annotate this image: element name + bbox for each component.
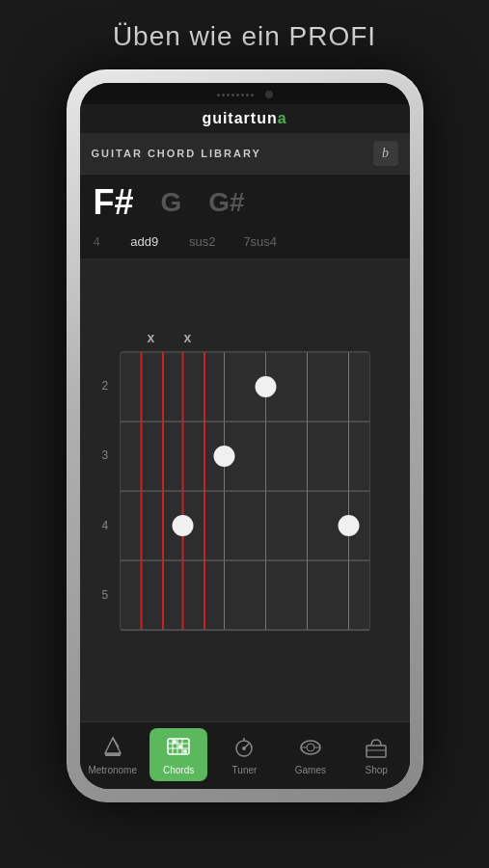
fret-line-3 xyxy=(121,560,369,561)
x-mark-6 xyxy=(316,330,353,345)
metronome-icon xyxy=(99,734,126,761)
nav-item-chords[interactable]: Chords xyxy=(149,728,207,781)
x-mark-5 xyxy=(280,330,316,345)
nav-item-games[interactable]: Games xyxy=(282,734,340,775)
svg-point-14 xyxy=(338,515,359,536)
nav-item-metronome[interactable]: Metronome xyxy=(84,734,142,775)
nav-label-shop: Shop xyxy=(366,765,388,775)
fret-num-5: 5 xyxy=(102,588,109,602)
nav-label-games: Games xyxy=(295,765,326,775)
phone-frame: guitartuna GUITAR CHORD LIBRARY b F# G G… xyxy=(67,69,423,802)
logo-accent: a xyxy=(278,110,287,126)
fret-num-3: 3 xyxy=(102,448,109,462)
fretboard-area: x x 2 3 4 5 xyxy=(120,351,370,631)
chord-type-7sus4[interactable]: 7sus4 xyxy=(231,234,289,249)
chord-name-gsharp[interactable]: G# xyxy=(208,187,244,218)
chord-names-row: F# G G# xyxy=(80,175,410,231)
nav-item-tuner[interactable]: Tuner xyxy=(215,734,273,775)
chord-library-header: GUITAR CHORD LIBRARY b xyxy=(80,133,410,175)
chord-type-sus2[interactable]: sus2 xyxy=(174,234,231,249)
chord-types-row: 4 add9 sus2 7sus4 xyxy=(80,231,410,259)
chord-type-number: 4 xyxy=(94,234,100,249)
chord-name-fsharp[interactable]: F# xyxy=(94,182,134,223)
headline: Üben wie ein PROFI xyxy=(113,21,376,52)
nav-label-tuner: Tuner xyxy=(232,765,258,775)
tuner-icon xyxy=(231,734,258,761)
fretboard-grid xyxy=(120,351,370,631)
x-mark-1: x xyxy=(133,330,170,345)
games-icon xyxy=(297,734,324,761)
camera xyxy=(265,91,273,98)
svg-point-11 xyxy=(255,376,276,397)
beta-button[interactable]: b xyxy=(373,141,398,166)
chord-name-g[interactable]: G xyxy=(161,187,182,218)
svg-point-25 xyxy=(178,745,182,748)
fret-line-1 xyxy=(121,421,369,422)
svg-point-24 xyxy=(173,740,177,744)
svg-point-32 xyxy=(307,744,314,751)
shop-icon xyxy=(363,734,390,761)
string-1-red xyxy=(162,352,164,630)
svg-point-13 xyxy=(172,515,193,536)
nav-label-metronome: Metronome xyxy=(88,765,137,775)
fret-line-2 xyxy=(121,491,369,492)
fret-line-4 xyxy=(121,630,369,631)
svg-rect-35 xyxy=(367,746,386,757)
phone-screen: guitartuna GUITAR CHORD LIBRARY b F# G G… xyxy=(80,83,410,789)
fret-num-4: 4 xyxy=(102,519,109,532)
chord-type-add9[interactable]: add9 xyxy=(116,234,174,249)
x-mark-3 xyxy=(206,330,243,345)
fret-numbers: 2 3 4 5 xyxy=(102,351,109,631)
nav-item-shop[interactable]: Shop xyxy=(347,734,405,775)
svg-point-12 xyxy=(213,446,234,467)
x-markers: x x xyxy=(133,330,353,345)
x-mark-4 xyxy=(243,330,280,345)
speaker xyxy=(217,94,254,96)
nav-label-chords: Chords xyxy=(163,765,194,775)
app-header: guitartuna xyxy=(80,104,410,133)
x-mark-2: x xyxy=(170,330,206,345)
chord-library-title: GUITAR CHORD LIBRARY xyxy=(92,148,261,159)
bottom-nav: Metronome Chords xyxy=(80,721,410,789)
svg-line-17 xyxy=(113,738,119,747)
svg-line-30 xyxy=(244,744,249,748)
chords-icon xyxy=(165,734,192,761)
fretboard-container: x x 2 3 4 5 xyxy=(80,259,410,721)
fret-num-2: 2 xyxy=(102,379,109,393)
phone-top-bar xyxy=(80,83,410,104)
svg-point-26 xyxy=(183,749,187,753)
app-logo: guitartuna xyxy=(202,110,286,127)
string-2-red xyxy=(204,352,205,630)
